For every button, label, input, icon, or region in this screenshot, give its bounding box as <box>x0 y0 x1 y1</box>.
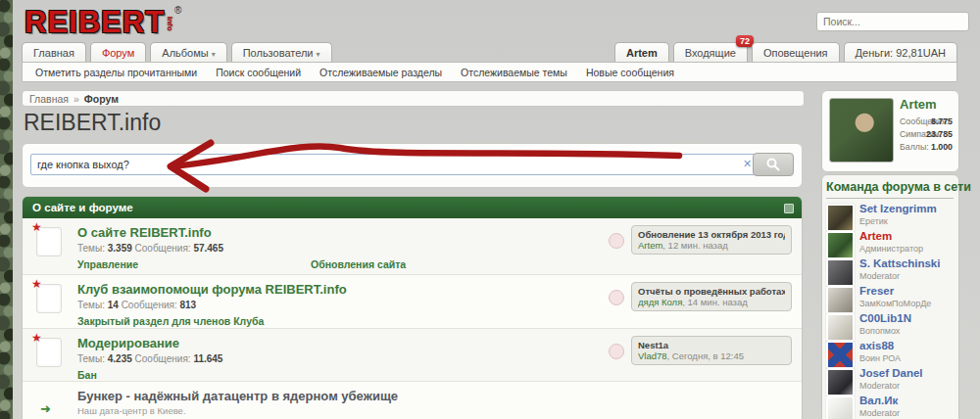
forum-category: О сайте и форуме ★ О сайте REIBERT.info … <box>22 196 803 419</box>
forum-title[interactable]: Клуб взаимопомощи форума REIBERT.info <box>77 282 347 297</box>
team-member[interactable]: axis88 Воин РОА <box>826 340 956 366</box>
team-member[interactable]: Josef Danel Moderator <box>826 367 956 394</box>
tab-account[interactable]: Artem <box>614 42 669 63</box>
site-logo[interactable]: REIBERTinfo® <box>24 5 181 40</box>
forum-row[interactable]: ★ Модерирование Темы: 4.235 Сообщения: 1… <box>23 329 802 382</box>
member-name[interactable]: S. Kattschinski <box>859 257 940 269</box>
subforum-link[interactable]: Обновления сайта <box>311 258 544 270</box>
tab-alerts[interactable]: Оповещения <box>752 42 840 63</box>
member-role: Moderator <box>859 408 900 418</box>
team-title: Команда форума в сети <box>826 180 971 194</box>
last-post-title[interactable]: Nest1a <box>638 340 785 350</box>
main-nav: Главная Форум Альбомы▾ Пользователи▾ <box>22 42 332 63</box>
clear-search-icon[interactable]: ✕ <box>743 158 752 170</box>
subforum-link[interactable]: Управление <box>77 258 311 270</box>
last-post-box[interactable]: Обновление 13 октября 2013 года Artem, 1… <box>631 225 792 255</box>
forum-row[interactable]: ★ Клуб взаимопомощи форума REIBERT.info … <box>23 275 802 329</box>
user-nav: Artem Входящие 72 Оповещения Деньги: 92,… <box>614 42 957 63</box>
subnav-watched-forums[interactable]: Отслеживаемые разделы <box>319 67 442 78</box>
magnifier-icon <box>766 158 780 171</box>
member-role: Администратор <box>859 244 923 254</box>
unread-star-icon: ★ <box>31 331 42 345</box>
forum-stats: Темы: 14 Сообщения: 813 <box>77 300 196 310</box>
forum-title[interactable]: Модерирование <box>77 336 179 350</box>
member-role: Moderator <box>859 381 900 391</box>
last-post-avatar <box>609 233 624 249</box>
top-search-input[interactable] <box>816 12 969 31</box>
member-avatar[interactable] <box>826 286 855 314</box>
member-avatar[interactable] <box>826 258 855 287</box>
link-arrow-icon: ➜ <box>40 401 51 416</box>
last-post-avatar <box>609 344 624 359</box>
team-member[interactable]: Artem Администратор <box>826 230 956 256</box>
team-member[interactable]: Freser ЗамКомПоМорДе <box>826 285 956 311</box>
chevron-down-icon: ▾ <box>316 50 319 59</box>
subnav-mark-read[interactable]: Отметить разделы прочитанными <box>35 67 197 78</box>
profile-stat: Симпатии:23.785 <box>900 129 952 139</box>
subnav-watched-threads[interactable]: Отслеживаемые темы <box>461 67 567 78</box>
team-member[interactable]: C00Lib1N Вопопмох <box>826 312 956 339</box>
tab-users[interactable]: Пользователи▾ <box>231 42 332 63</box>
search-button[interactable] <box>753 153 794 176</box>
member-name[interactable]: axis88 <box>859 340 894 351</box>
forum-node-icon: ★ <box>36 284 62 313</box>
member-avatar[interactable] <box>826 204 855 232</box>
registered-mark: ® <box>174 5 181 16</box>
member-name[interactable]: Вал.Ик <box>859 395 898 406</box>
forum-link-title[interactable]: Бункер - надёжный датацентр в ядерном уб… <box>77 389 398 403</box>
member-name[interactable]: Artem <box>859 230 892 242</box>
search-input[interactable] <box>30 154 765 175</box>
member-role: ЗамКомПоМорДе <box>859 299 931 308</box>
member-role: Moderator <box>859 271 900 281</box>
category-header: О сайте и форуме <box>23 197 802 218</box>
last-post-author[interactable]: Artem <box>638 240 662 251</box>
member-avatar[interactable] <box>826 313 855 342</box>
forum-row[interactable]: ★ О сайте REIBERT.info Темы: 3.359 Сообщ… <box>23 218 802 275</box>
sub-navigation: Отметить разделы прочитанными Поиск сооб… <box>22 62 957 82</box>
chevron-down-icon: ▾ <box>212 50 216 59</box>
profile-card: Artem Сообщения:8.775 Симпатии:23.785 Ба… <box>821 90 959 172</box>
profile-name[interactable]: Artem <box>900 97 937 112</box>
page: REIBERTinfo® Главная Форум Альбомы▾ Поль… <box>0 0 980 419</box>
subforum-link[interactable]: Закрытый раздел для членов Клуба <box>77 315 311 327</box>
subforum-link[interactable]: Бан <box>77 369 311 381</box>
tab-forum[interactable]: Форум <box>90 42 146 63</box>
forum-stats: Темы: 4.235 Сообщения: 11.645 <box>77 353 222 364</box>
member-name[interactable]: Josef Danel <box>859 367 923 379</box>
forum-title[interactable]: О сайте REIBERT.info <box>77 225 212 240</box>
profile-avatar[interactable] <box>829 98 894 163</box>
last-post-box[interactable]: Nest1a Vlad78, Сегодня, в 12:45 <box>631 336 792 365</box>
breadcrumb: Главная » Форум <box>22 90 805 107</box>
member-name[interactable]: Set Izengrimm <box>859 203 937 214</box>
last-post-author[interactable]: Vlad78 <box>638 350 667 361</box>
member-name[interactable]: C00Lib1N <box>859 312 911 324</box>
member-avatar[interactable] <box>826 368 855 396</box>
profile-stat: Баллы:1.000 <box>900 142 952 152</box>
tab-money[interactable]: Деньги: 92,81UAH <box>844 42 957 63</box>
member-avatar[interactable] <box>826 341 855 369</box>
last-post-title[interactable]: Обновление 13 октября 2013 года <box>638 229 785 240</box>
member-avatar[interactable] <box>826 231 855 259</box>
tab-inbox[interactable]: Входящие 72 <box>673 42 748 63</box>
forum-node-icon: ★ <box>36 338 62 367</box>
last-post-box[interactable]: Отчёты о проведённых работах. дядя Коля,… <box>631 282 792 311</box>
subnav-new-posts[interactable]: Новые сообщения <box>586 67 674 78</box>
page-title: REIBERT.info <box>24 110 161 136</box>
member-avatar[interactable] <box>826 396 855 419</box>
forum-link-row[interactable]: ➜ Бункер - надёжный датацентр в ядерном … <box>23 382 802 419</box>
member-name[interactable]: Freser <box>859 285 894 297</box>
last-post-title[interactable]: Отчёты о проведённых работах. <box>638 286 785 297</box>
team-member[interactable]: Set Izengrimm Еретик <box>826 203 956 229</box>
subforum-links: Бан <box>77 369 311 381</box>
tab-albums[interactable]: Альбомы▾ <box>150 42 226 63</box>
tab-home[interactable]: Главная <box>22 42 86 63</box>
collapse-toggle-icon[interactable] <box>784 204 794 213</box>
unread-star-icon: ★ <box>31 277 42 291</box>
subforum-links: Закрытый раздел для членов Клуба <box>77 315 311 327</box>
team-member[interactable]: S. Kattschinski Moderator <box>826 257 956 284</box>
last-post-author[interactable]: дядя Коля <box>638 297 682 307</box>
team-member[interactable]: Вал.Ик Moderator <box>826 395 956 419</box>
subnav-search-posts[interactable]: Поиск сообщений <box>216 67 301 78</box>
divider <box>826 198 954 199</box>
breadcrumb-home[interactable]: Главная <box>29 93 69 105</box>
